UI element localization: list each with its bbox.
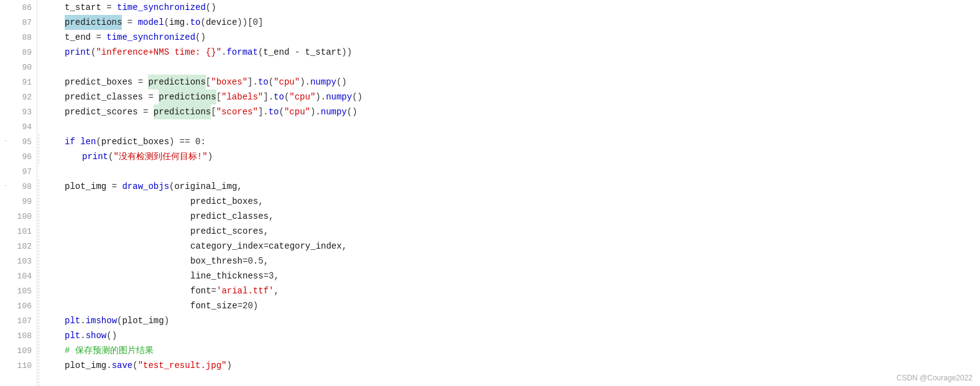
code-line-103: box_thresh=0.5,	[47, 254, 980, 269]
line-num-99: 99	[0, 194, 37, 209]
line-num-104: 104	[0, 269, 37, 283]
token: (	[96, 134, 101, 149]
token: (	[164, 15, 169, 30]
token-predictions-91: predictions	[148, 75, 205, 90]
token: "cpu"	[274, 75, 300, 90]
token: [	[206, 75, 211, 90]
code-line-86: t_start = time_synchronized()	[47, 0, 980, 15]
line-num-103: 103	[0, 254, 37, 269]
token: plot_img	[122, 313, 164, 328]
token: =	[138, 75, 149, 90]
token: =	[143, 104, 154, 119]
token: (	[91, 45, 96, 60]
token: =	[243, 254, 247, 269]
code-line-95: if len(predict_boxes) == 0:	[47, 134, 980, 149]
token: "test_result.jpg"	[138, 358, 227, 373]
token: 0.5	[247, 254, 263, 269]
watermark: CSDN @Courage2022	[897, 374, 973, 382]
token: show	[86, 328, 107, 343]
token: category_index	[269, 239, 342, 254]
line-num-110: 110	[0, 358, 37, 373]
token: (	[108, 149, 113, 164]
token: t_end	[65, 30, 96, 45]
line-num-100: 100	[0, 209, 37, 224]
token: (	[258, 45, 263, 60]
token: ].	[263, 90, 274, 104]
code-line-109: # 保存预测的图片结果	[47, 343, 980, 358]
token: ,	[274, 283, 279, 298]
token: ).	[310, 104, 321, 119]
token: ))[	[237, 15, 252, 30]
code-line-99: predict_boxes,	[47, 194, 980, 209]
token: predict_scores	[190, 224, 264, 239]
token: )	[164, 313, 169, 328]
token: ).	[315, 90, 326, 104]
token: ].	[247, 75, 258, 90]
token: .	[80, 328, 85, 343]
token: "cpu"	[289, 90, 315, 104]
token: 'arial.ttf'	[216, 283, 274, 298]
token: plot_img	[65, 179, 112, 194]
token: save	[112, 358, 133, 373]
token: ()	[106, 328, 117, 343]
code-line-97	[47, 164, 980, 179]
token	[122, 15, 127, 30]
token: =	[264, 239, 269, 254]
code-line-91: predict_boxes = predictions["boxes"].to(…	[47, 75, 980, 90]
token: category_index	[190, 239, 264, 254]
line-numbers: 86 87 88 89 90 91 92 93 94 ⁻ 95 96 97 ⁻ …	[0, 0, 37, 386]
line-num-91: 91	[0, 75, 37, 90]
token: -	[295, 45, 305, 60]
token: predict_boxes	[101, 134, 169, 149]
token: original_img	[174, 179, 237, 194]
token: ,	[264, 254, 269, 269]
token: )	[226, 358, 231, 373]
line-num-107: 107	[0, 313, 37, 328]
token: "labels"	[221, 90, 263, 104]
token: "inference+NMS time: {}"	[96, 45, 221, 60]
token-predictions-93: predictions	[154, 104, 211, 119]
token: "没有检测到任何目标!"	[113, 149, 207, 164]
line-num-106: 106	[0, 298, 37, 313]
line-num-90: 90	[0, 60, 37, 75]
token: predict_boxes	[190, 194, 258, 209]
token-predictions-92: predictions	[159, 90, 216, 104]
token: ,	[269, 209, 274, 224]
fold-icon-95[interactable]: ⁻	[1, 137, 10, 146]
token: predict_boxes	[65, 75, 138, 90]
code-line-105: font='arial.ttf',	[47, 283, 980, 298]
token: format	[226, 45, 257, 60]
code-line-106: font_size=20)	[47, 298, 980, 313]
token: numpy	[326, 90, 352, 104]
token: len	[80, 134, 96, 149]
token: (	[201, 15, 206, 30]
code-line-92: predict_classes = predictions["labels"].…	[47, 90, 980, 104]
token: img	[169, 15, 185, 30]
token: (	[284, 90, 289, 104]
token: .	[80, 313, 85, 328]
token: ,	[342, 239, 347, 254]
code-line-88: t_end = time_synchronized()	[47, 30, 980, 45]
code-line-102: category_index=category_index,	[47, 239, 980, 254]
token: ()	[195, 30, 206, 45]
token-predictions-87: predictions	[65, 15, 122, 30]
token: .	[185, 15, 190, 30]
token: "cpu"	[284, 104, 310, 119]
token: to	[190, 15, 201, 30]
token: ()	[206, 0, 216, 15]
token: =	[264, 269, 269, 283]
line-num-108: 108	[0, 328, 37, 343]
token: 0	[195, 134, 200, 149]
token: ,	[237, 179, 242, 194]
token: print	[65, 45, 91, 60]
line-num-105: 105	[0, 283, 37, 298]
code-line-107: plt.imshow(plot_img)	[47, 313, 980, 328]
fold-icon-98[interactable]: ⁻	[1, 182, 10, 191]
token: t_start	[305, 45, 342, 60]
token: ,	[264, 224, 269, 239]
token: .	[221, 45, 226, 60]
token: )	[208, 149, 213, 164]
token: ]	[258, 15, 263, 30]
token: ).	[300, 75, 310, 90]
token: (	[279, 104, 284, 119]
